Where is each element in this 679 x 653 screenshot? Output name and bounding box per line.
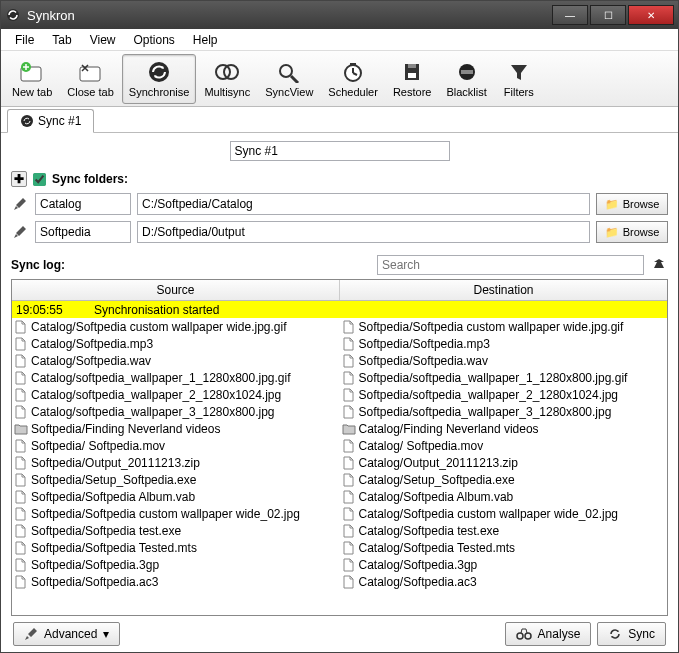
toolbar-syncview[interactable]: SyncView [258, 54, 320, 104]
toolbar-filters[interactable]: Filters [495, 54, 543, 104]
cell-source: Softpedia/Finding Neverland videos [12, 422, 340, 436]
minimize-button[interactable]: — [552, 5, 588, 25]
folder-config-icon[interactable] [11, 195, 29, 213]
svg-rect-15 [408, 73, 416, 78]
syncname-input[interactable] [230, 141, 450, 161]
file-icon [14, 371, 28, 385]
table-row[interactable]: Catalog/softpedia_wallpaper_1_1280x800.j… [12, 369, 667, 386]
table-row[interactable]: Catalog/Softpedia.mp3Softpedia/Softpedia… [12, 335, 667, 352]
menu-file[interactable]: File [7, 31, 42, 49]
file-icon [14, 456, 28, 470]
file-icon [342, 439, 356, 453]
toolbar-newtab[interactable]: New tab [5, 54, 59, 104]
table-row[interactable]: Catalog/Softpedia.wavSoftpedia/Softpedia… [12, 352, 667, 369]
folder2-name-input[interactable] [35, 221, 131, 243]
folder1-browse-button[interactable]: 📁Browse [596, 193, 668, 215]
cell-destination: Catalog/Softpedia test.exe [340, 524, 668, 538]
table-row[interactable]: Catalog/softpedia_wallpaper_2_1280x1024.… [12, 386, 667, 403]
cell-time: 19:05:55 [12, 303, 92, 317]
tab-sync-icon [20, 114, 34, 128]
svg-point-4 [149, 62, 169, 82]
table-body[interactable]: 19:05:55 Synchronisation started Catalog… [12, 301, 667, 615]
menu-options[interactable]: Options [126, 31, 183, 49]
table-row[interactable]: Softpedia/Setup_Softpedia.exeCatalog/Set… [12, 471, 667, 488]
toolbar-closetab[interactable]: Close tab [60, 54, 120, 104]
folder1-path-input[interactable] [137, 193, 590, 215]
cell-source: Catalog/Softpedia.mp3 [12, 337, 340, 351]
table-row[interactable]: Softpedia/Output_20111213.zipCatalog/Out… [12, 454, 667, 471]
table-row[interactable]: Catalog/softpedia_wallpaper_3_1280x800.j… [12, 403, 667, 420]
tab-sync1[interactable]: Sync #1 [7, 109, 94, 133]
folders-header: ✚ Sync folders: [11, 169, 668, 193]
table-row[interactable]: Softpedia/Softpedia test.exeCatalog/Soft… [12, 522, 667, 539]
cell-destination: Catalog/Softpedia Tested.mts [340, 541, 668, 555]
header-source[interactable]: Source [12, 280, 340, 300]
wrench-icon [24, 627, 38, 641]
close-button[interactable]: ✕ [628, 5, 674, 25]
table-row[interactable]: Softpedia/Softpedia Tested.mtsCatalog/So… [12, 539, 667, 556]
clear-search-icon[interactable] [650, 256, 668, 274]
svg-rect-17 [461, 70, 473, 74]
table-row[interactable]: Softpedia/Softpedia custom wallpaper wid… [12, 505, 667, 522]
advanced-button[interactable]: Advanced ▾ [13, 622, 120, 646]
cell-source: Softpedia/Softpedia custom wallpaper wid… [12, 507, 340, 521]
table-row[interactable]: Catalog/Softpedia custom wallpaper wide.… [12, 318, 667, 335]
cell-destination: Softpedia/softpedia_wallpaper_3_1280x800… [340, 405, 668, 419]
file-icon [14, 320, 28, 334]
toolbar-multisync[interactable]: Multisync [197, 54, 257, 104]
toolbar-synchronise[interactable]: Synchronise [122, 54, 197, 104]
cell-destination: Softpedia/softpedia_wallpaper_2_1280x102… [340, 388, 668, 402]
cell-source: Softpedia/Softpedia.ac3 [12, 575, 340, 589]
synclog-label: Sync log: [11, 258, 371, 272]
header-destination[interactable]: Destination [340, 280, 667, 300]
chevron-down-icon: ▾ [103, 627, 109, 641]
file-icon [342, 320, 356, 334]
folder-config-icon[interactable] [11, 223, 29, 241]
app-window: Synkron — ☐ ✕ File Tab View Options Help… [0, 0, 679, 653]
add-folder-button[interactable]: ✚ [11, 171, 27, 187]
content: ✚ Sync folders: 📁Browse 📁Browse Sync log… [1, 133, 678, 652]
svg-line-8 [291, 76, 298, 83]
cell-destination: Catalog/Softpedia.ac3 [340, 575, 668, 589]
cell-destination: Catalog/Output_20111213.zip [340, 456, 668, 470]
folder1-name-input[interactable] [35, 193, 131, 215]
synclog-table: Source Destination 19:05:55 Synchronisat… [11, 279, 668, 616]
svg-rect-12 [350, 63, 356, 66]
analyse-button[interactable]: Analyse [505, 622, 592, 646]
menu-view[interactable]: View [82, 31, 124, 49]
file-icon [14, 541, 28, 555]
app-icon [5, 7, 21, 23]
window-title: Synkron [27, 8, 552, 23]
folders-checkbox[interactable] [33, 173, 46, 186]
file-icon [14, 473, 28, 487]
table-row-highlight[interactable]: 19:05:55 Synchronisation started [12, 301, 667, 318]
table-row[interactable]: Softpedia/ Softpedia.movCatalog/ Softped… [12, 437, 667, 454]
svg-point-7 [280, 65, 292, 77]
cell-source: Softpedia/Softpedia Album.vab [12, 490, 340, 504]
folder2-browse-button[interactable]: 📁Browse [596, 221, 668, 243]
toolbar-restore[interactable]: Restore [386, 54, 439, 104]
folder2-path-input[interactable] [137, 221, 590, 243]
file-icon [14, 507, 28, 521]
cell-source: Catalog/softpedia_wallpaper_2_1280x1024.… [12, 388, 340, 402]
file-icon [14, 354, 28, 368]
folder-row-2: 📁Browse [11, 221, 668, 243]
titlebar[interactable]: Synkron — ☐ ✕ [1, 1, 678, 29]
cell-source: Softpedia/ Softpedia.mov [12, 439, 340, 453]
toolbar-blacklist[interactable]: Blacklist [439, 54, 493, 104]
cell-source: Softpedia/Softpedia test.exe [12, 524, 340, 538]
table-row[interactable]: Softpedia/Finding Neverland videosCatalo… [12, 420, 667, 437]
table-row[interactable]: Softpedia/Softpedia Album.vabCatalog/Sof… [12, 488, 667, 505]
table-row[interactable]: Softpedia/Softpedia.ac3Catalog/Softpedia… [12, 573, 667, 590]
file-icon [342, 524, 356, 538]
maximize-button[interactable]: ☐ [590, 5, 626, 25]
toolbar-scheduler[interactable]: Scheduler [321, 54, 385, 104]
table-row[interactable]: Softpedia/Softpedia.3gpCatalog/Softpedia… [12, 556, 667, 573]
filters-icon [505, 59, 533, 85]
menu-tab[interactable]: Tab [44, 31, 79, 49]
menu-help[interactable]: Help [185, 31, 226, 49]
search-input[interactable] [377, 255, 644, 275]
cell-destination: Softpedia/Softpedia.wav [340, 354, 668, 368]
window-controls: — ☐ ✕ [552, 5, 674, 25]
sync-button[interactable]: Sync [597, 622, 666, 646]
